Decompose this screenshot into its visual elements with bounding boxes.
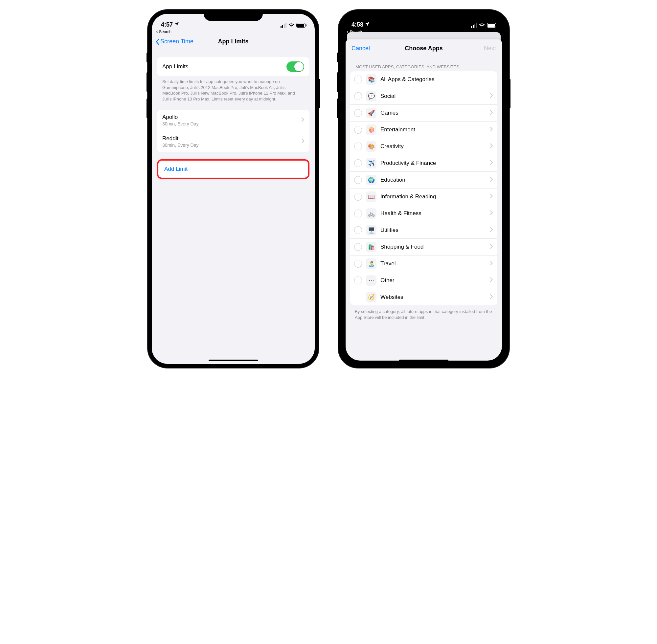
toggle-group: App Limits: [157, 57, 310, 76]
limit-row[interactable]: Apollo 30min, Every Day: [157, 110, 310, 131]
chevron-right-icon: [490, 244, 493, 250]
chevron-right-icon: [490, 160, 493, 166]
breadcrumb[interactable]: Search: [152, 29, 315, 34]
category-icon: 🧭: [366, 292, 377, 302]
battery-icon: [296, 23, 305, 28]
radio-unchecked[interactable]: [354, 75, 362, 84]
signal-icon: [471, 23, 477, 28]
section-header: MOST USED APPS, CATEGORIES, AND WEBSITES: [350, 57, 497, 71]
chevron-right-icon: [301, 139, 304, 144]
page-title: App Limits: [218, 38, 249, 45]
category-row[interactable]: 💬 Social: [350, 88, 497, 105]
chevron-right-icon: [490, 110, 493, 116]
status-time: 4:57: [161, 21, 173, 28]
footer-text: By selecting a category, all future apps…: [350, 305, 497, 328]
back-label: Screen Time: [160, 38, 194, 45]
navbar: Screen Time App Limits: [152, 34, 315, 49]
location-icon: [174, 21, 179, 28]
toggle-switch[interactable]: [287, 62, 304, 72]
category-row[interactable]: 🍿 Entertainment: [350, 121, 497, 138]
radio-unchecked[interactable]: [354, 159, 362, 167]
description-text: Set daily time limits for app categories…: [157, 76, 310, 102]
radio-unchecked[interactable]: [354, 126, 362, 134]
radio-unchecked[interactable]: [354, 109, 362, 117]
category-row[interactable]: ⋯ Other: [350, 272, 497, 289]
home-indicator[interactable]: [209, 360, 258, 361]
radio-unchecked[interactable]: [354, 209, 362, 217]
chevron-right-icon: [490, 143, 493, 150]
category-icon: ⋯: [366, 275, 377, 286]
category-icon: 🚀: [366, 108, 377, 118]
category-icon: ✈️: [366, 158, 377, 168]
toggle-label: App Limits: [162, 63, 188, 70]
category-icon: 🚲: [366, 208, 377, 219]
category-row[interactable]: 🖥️ Utilities: [350, 222, 497, 238]
modal-title: Choose Apps: [405, 45, 443, 52]
category-icon: 🎨: [366, 141, 377, 152]
chevron-right-icon: [490, 277, 493, 283]
wifi-icon: [289, 22, 294, 28]
category-icon: 🏝️: [366, 258, 377, 269]
category-icon: 📚: [366, 74, 377, 85]
iphone-mock-right: 4:58 Search: [338, 10, 509, 368]
category-row[interactable]: 🚲 Health & Fitness: [350, 205, 497, 222]
radio-unchecked[interactable]: [354, 193, 362, 201]
add-limit-button[interactable]: Add Limit: [159, 161, 308, 177]
category-label: Entertainment: [380, 127, 486, 133]
category-label: Other: [380, 277, 486, 284]
category-row[interactable]: ✈️ Productivity & Finance: [350, 155, 497, 171]
category-row[interactable]: 🎨 Creativity: [350, 138, 497, 155]
category-icon: 💬: [366, 91, 377, 101]
radio-unchecked[interactable]: [354, 277, 362, 284]
chevron-right-icon: [490, 177, 493, 183]
status-bar: 4:58: [342, 14, 505, 29]
back-button[interactable]: Screen Time: [155, 38, 194, 45]
category-label: Information & Reading: [380, 193, 486, 200]
limit-name: Reddit: [162, 135, 301, 142]
limit-detail: 30min, Every Day: [162, 121, 301, 127]
category-row[interactable]: 📚 All Apps & Categories: [350, 71, 497, 88]
radio-unchecked[interactable]: [354, 226, 362, 234]
category-label: All Apps & Categories: [380, 76, 493, 83]
category-label: Games: [380, 110, 486, 116]
category-row[interactable]: 🏝️ Travel: [350, 255, 497, 272]
category-label: Health & Fitness: [380, 210, 486, 217]
location-icon: [365, 21, 370, 28]
status-bar: 4:57: [152, 14, 315, 29]
radio-unchecked[interactable]: [354, 142, 362, 151]
radio-unchecked[interactable]: [354, 92, 362, 100]
category-label: Websites: [380, 294, 486, 300]
categories-group: 📚 All Apps & Categories 💬 Social 🚀 Games…: [350, 71, 497, 305]
category-label: Education: [380, 177, 486, 183]
category-label: Productivity & Finance: [380, 160, 486, 166]
cancel-button[interactable]: Cancel: [352, 45, 370, 52]
chevron-right-icon: [490, 227, 493, 233]
radio-unchecked[interactable]: [354, 260, 362, 268]
chevron-right-icon: [301, 117, 304, 123]
iphone-mock-left: 4:57 Search Screen Time App Lim: [148, 10, 319, 368]
next-button[interactable]: Next: [484, 45, 496, 52]
category-label: Utilities: [380, 227, 486, 233]
radio-unchecked[interactable]: [354, 243, 362, 251]
category-row[interactable]: 🌍 Education: [350, 171, 497, 188]
signal-icon: [280, 23, 287, 28]
breadcrumb-label: Search: [159, 29, 172, 34]
app-limits-toggle-row[interactable]: App Limits: [157, 57, 310, 76]
modal-sheet: Cancel Choose Apps Next MOST USED APPS, …: [345, 40, 502, 361]
radio-unchecked[interactable]: [354, 176, 362, 184]
add-limit-label: Add Limit: [164, 166, 187, 172]
battery-icon: [487, 23, 496, 28]
category-label: Social: [380, 93, 486, 99]
home-indicator[interactable]: [399, 360, 448, 361]
limit-row[interactable]: Reddit 30min, Every Day: [157, 131, 310, 152]
chevron-right-icon: [490, 294, 493, 300]
category-icon: 🌍: [366, 175, 377, 185]
category-label: Creativity: [380, 143, 486, 150]
category-row[interactable]: 🛍️ Shopping & Food: [350, 238, 497, 255]
category-row[interactable]: 📖 Information & Reading: [350, 188, 497, 205]
category-row[interactable]: 🧭 Websites: [350, 289, 497, 305]
category-label: Travel: [380, 260, 486, 267]
category-row[interactable]: 🚀 Games: [350, 105, 497, 121]
limits-group: Apollo 30min, Every Day Reddit 30min, Ev…: [157, 110, 310, 152]
wifi-icon: [479, 22, 485, 28]
